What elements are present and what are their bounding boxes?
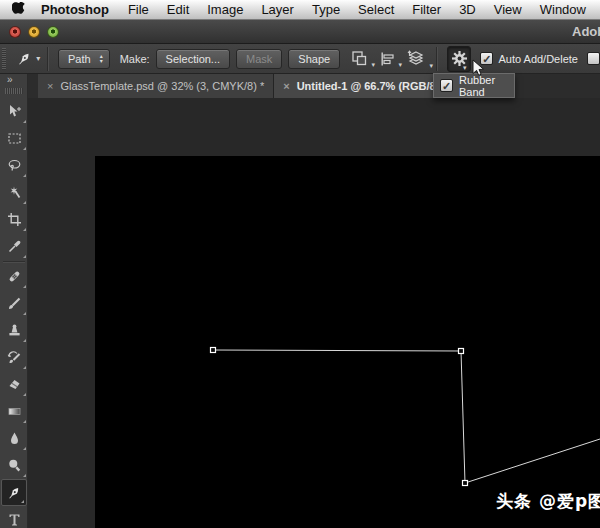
tool-blur-button[interactable] [0, 425, 28, 452]
tool-brush-button[interactable] [0, 290, 28, 317]
pen-tool-icon [6, 485, 22, 501]
brush-tool-icon [7, 296, 22, 311]
tool-move-button[interactable] [0, 98, 28, 125]
tool-lasso-button[interactable] [0, 152, 28, 179]
make-mask-button: Mask [236, 49, 282, 69]
tool-eraser-button[interactable] [0, 371, 28, 398]
marquee-tool-icon [7, 131, 22, 146]
tool-eyedropper-button[interactable] [0, 233, 28, 260]
menu-photoshop[interactable]: Photoshop [31, 2, 119, 17]
tab-label: GlassTemplate.psd @ 32% (3, CMYK/8) * [60, 80, 264, 92]
menu-file[interactable]: File [119, 2, 158, 17]
tool-options-bar: ▾ Path ▴▾ Make: Selection... Mask Shape … [0, 44, 600, 74]
tool-type-button[interactable] [0, 506, 28, 528]
tab-label: Untitled-1 @ 66.7% (RGB/8) [297, 80, 440, 92]
dodge-tool-icon [7, 458, 22, 473]
move-tool-icon [7, 104, 22, 119]
chevron-down-icon: ▾ [36, 54, 40, 63]
make-shape-button[interactable]: Shape [288, 49, 340, 69]
tools-panel: » [0, 74, 28, 528]
menu-3d[interactable]: 3D [450, 2, 485, 17]
menu-window[interactable]: Window [531, 2, 595, 17]
tool-clone-stamp-button[interactable] [0, 317, 28, 344]
macos-menubar: Photoshop File Edit Image Layer Type Sel… [0, 0, 600, 20]
make-selection-button[interactable]: Selection... [156, 49, 230, 69]
tool-spot-healing-button[interactable] [0, 263, 28, 290]
apple-icon[interactable] [12, 2, 25, 17]
healing-brush-tool-icon [7, 269, 22, 284]
mouse-cursor [472, 59, 485, 77]
menu-image[interactable]: Image [198, 2, 252, 17]
eraser-tool-icon [7, 377, 22, 392]
window-titlebar: Adobe Photoshop [0, 20, 600, 44]
path-operations-button[interactable]: ▾ [351, 50, 368, 67]
panel-expand-icon[interactable]: » [0, 74, 27, 86]
history-brush-tool-icon [7, 350, 22, 365]
document-canvas[interactable] [95, 156, 600, 528]
lasso-tool-icon [7, 158, 22, 173]
chevron-down-icon: ▾ [372, 61, 376, 69]
clone-stamp-tool-icon [7, 323, 22, 338]
auto-add-delete-label: Auto Add/Delete [498, 53, 578, 65]
menu-edit[interactable]: Edit [158, 2, 198, 17]
menu-view[interactable]: View [485, 2, 531, 17]
path-arrangement-icon [406, 50, 426, 68]
minimize-window-button[interactable] [28, 26, 40, 38]
options-bar-grip[interactable] [2, 48, 6, 70]
type-tool-icon [7, 512, 22, 527]
rubber-band-checkbox[interactable]: ✓ [440, 79, 453, 92]
updown-arrows-icon: ▴▾ [100, 54, 103, 64]
divider [436, 47, 437, 71]
divider [3, 261, 25, 262]
quick-selection-tool-icon [7, 185, 22, 200]
partial-checkbox[interactable] [587, 52, 600, 65]
menu-type[interactable]: Type [303, 2, 349, 17]
tab-glasstemplate[interactable]: × GlassTemplate.psd @ 32% (3, CMYK/8) * [38, 74, 274, 98]
close-window-button[interactable] [9, 26, 21, 38]
eyedropper-tool-icon [7, 239, 22, 254]
crop-tool-icon [7, 212, 22, 227]
zoom-window-button[interactable] [47, 26, 59, 38]
menu-select[interactable]: Select [349, 2, 403, 17]
close-icon[interactable]: × [47, 80, 53, 92]
gradient-tool-icon [7, 404, 22, 419]
tab-untitled-1[interactable]: × Untitled-1 @ 66.7% (RGB/8) [274, 74, 441, 98]
blur-tool-icon [7, 431, 22, 446]
panel-grip[interactable] [5, 88, 23, 94]
pen-icon [15, 50, 33, 68]
menu-filter[interactable]: Filter [403, 2, 450, 17]
chevron-down-icon: ▾ [430, 62, 434, 70]
chevron-down-icon: ▾ [463, 64, 467, 72]
make-label: Make: [120, 53, 150, 65]
window-title: Adobe Photoshop [572, 24, 600, 39]
tool-dodge-button[interactable] [0, 452, 28, 479]
tool-gradient-button[interactable] [0, 398, 28, 425]
path-alignment-button[interactable]: ▾ [379, 51, 395, 67]
close-icon[interactable]: × [283, 80, 289, 92]
pen-options-gear-button[interactable]: ▾ [447, 46, 472, 72]
tool-preset-picker[interactable]: ▾ [12, 48, 43, 70]
tool-mode-select[interactable]: Path ▴▾ [58, 49, 110, 69]
tool-pen-button[interactable] [1, 479, 27, 506]
menu-layer[interactable]: Layer [252, 2, 303, 17]
chevron-down-icon: ▾ [399, 61, 403, 69]
rubber-band-label: Rubber Band [459, 74, 514, 98]
path-operations-icon [351, 50, 368, 67]
tool-quick-selection-button[interactable] [0, 179, 28, 206]
tool-rectangular-marquee-button[interactable] [0, 125, 28, 152]
tool-history-brush-button[interactable] [0, 344, 28, 371]
path-alignment-icon [379, 51, 395, 67]
tool-crop-button[interactable] [0, 206, 28, 233]
path-arrangement-button[interactable]: ▾ [406, 50, 426, 68]
watermark: 头条 @爱p图 [496, 490, 600, 513]
divider [47, 47, 48, 71]
